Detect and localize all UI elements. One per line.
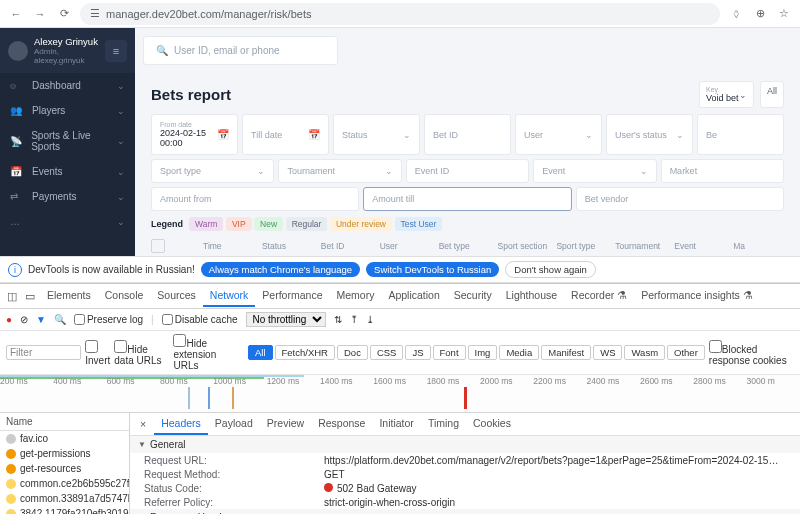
sidebar-item[interactable]: 📅Events⌄: [0, 159, 135, 184]
general-section-header[interactable]: ▼General: [130, 436, 800, 453]
select-all-checkbox[interactable]: [151, 239, 165, 253]
request-type-filter[interactable]: Font: [433, 345, 466, 360]
devtools-tab[interactable]: Application: [381, 285, 446, 307]
clear-icon[interactable]: ⊘: [20, 314, 28, 325]
preserve-log-checkbox[interactable]: Preserve log: [74, 314, 143, 325]
filter-input[interactable]: Till date📅: [242, 114, 329, 155]
table-column-header[interactable]: Status: [262, 241, 313, 251]
filter-input[interactable]: Bet ID: [424, 114, 511, 155]
upload-icon[interactable]: ⤒: [350, 314, 358, 325]
filter-input[interactable]: Amount from: [151, 187, 359, 211]
request-type-filter[interactable]: Other: [667, 345, 705, 360]
table-column-header[interactable]: Event: [674, 241, 725, 251]
filter-input[interactable]: Be: [697, 114, 784, 155]
request-type-filter[interactable]: Manifest: [541, 345, 591, 360]
detail-tab[interactable]: Cookies: [466, 413, 518, 435]
wifi-icon[interactable]: ⇅: [334, 314, 342, 325]
request-type-filter[interactable]: JS: [405, 345, 430, 360]
all-button[interactable]: All: [760, 81, 784, 108]
filter-input[interactable]: Amount till: [363, 187, 571, 211]
burger-icon[interactable]: ≡: [105, 40, 127, 62]
profile-block[interactable]: Alexey Grinyuk Admin, alexey.grinyuk ≡: [0, 28, 135, 73]
table-column-header[interactable]: Sport section: [498, 241, 549, 251]
nav-back-icon[interactable]: ←: [8, 6, 24, 22]
sidebar-item[interactable]: …⌄: [0, 209, 135, 234]
devtools-tab[interactable]: Performance: [255, 285, 329, 307]
filter-input[interactable]: Sport type⌄: [151, 159, 274, 183]
zoom-icon[interactable]: ⊕: [752, 7, 768, 20]
table-column-header[interactable]: User: [380, 241, 431, 251]
filter-input[interactable]: User's status⌄: [606, 114, 693, 155]
detail-tab[interactable]: Payload: [208, 413, 260, 435]
detail-tab[interactable]: Response: [311, 413, 372, 435]
download-icon[interactable]: ⤓: [366, 314, 374, 325]
devtools-tab[interactable]: Sources: [150, 285, 203, 307]
request-row[interactable]: fav.ico: [0, 431, 129, 446]
devtools-tab[interactable]: Network: [203, 285, 256, 307]
sidebar-item[interactable]: 👥Players⌄: [0, 98, 135, 123]
device-icon[interactable]: ▭: [22, 290, 38, 302]
detail-tab[interactable]: Initiator: [372, 413, 420, 435]
devtools-tab[interactable]: Recorder ⚗: [564, 285, 634, 307]
close-detail-icon[interactable]: ×: [134, 416, 152, 432]
devtools-tab[interactable]: Elements: [40, 285, 98, 307]
devtools-tab[interactable]: Memory: [329, 285, 381, 307]
hide-ext-urls-checkbox[interactable]: Hide extension URLs: [173, 334, 244, 371]
request-row[interactable]: common.33891a7d5747b64…: [0, 491, 129, 506]
table-column-header[interactable]: Tournament: [615, 241, 666, 251]
filter-input[interactable]: From date2024-02-15 00:00📅: [151, 114, 238, 155]
banner-always-match-button[interactable]: Always match Chrome's language: [201, 262, 360, 277]
filter-icon[interactable]: ▼: [36, 314, 46, 325]
detail-tab[interactable]: Headers: [154, 413, 208, 435]
nav-reload-icon[interactable]: ⟳: [56, 6, 72, 22]
table-column-header[interactable]: Bet ID: [321, 241, 372, 251]
table-column-header[interactable]: Ma: [733, 241, 784, 251]
key-select[interactable]: Key Void bet ⌄: [699, 81, 754, 108]
record-icon[interactable]: ●: [6, 314, 12, 325]
table-column-header[interactable]: Bet type: [439, 241, 490, 251]
invert-checkbox[interactable]: Invert: [85, 340, 110, 366]
filter-input[interactable]: Market: [661, 159, 784, 183]
inspect-icon[interactable]: ◫: [4, 290, 20, 302]
detail-tab[interactable]: Preview: [260, 413, 311, 435]
filter-input[interactable]: Status⌄: [333, 114, 420, 155]
request-type-filter[interactable]: CSS: [370, 345, 404, 360]
request-row[interactable]: get-permissions: [0, 446, 129, 461]
filter-input[interactable]: Event⌄: [533, 159, 656, 183]
request-type-filter[interactable]: All: [248, 345, 273, 360]
disable-cache-checkbox[interactable]: Disable cache: [162, 314, 238, 325]
request-row[interactable]: 3842.1179fa210efb3019.js: [0, 506, 129, 514]
sidebar-item[interactable]: ⇄Payments⌄: [0, 184, 135, 209]
sidebar-item[interactable]: 📡Sports & Live Sports⌄: [0, 123, 135, 159]
sidebar-item[interactable]: ⌾Dashboard⌄: [0, 73, 135, 98]
bookmark-star-icon[interactable]: ☆: [776, 7, 792, 20]
devtools-tab[interactable]: Lighthouse: [499, 285, 564, 307]
banner-switch-button[interactable]: Switch DevTools to Russian: [366, 262, 499, 277]
filter-input[interactable]: User⌄: [515, 114, 602, 155]
filter-input[interactable]: Event ID: [406, 159, 529, 183]
request-type-filter[interactable]: WS: [593, 345, 622, 360]
devtools-tab[interactable]: Performance insights ⚗: [634, 285, 760, 307]
blocked-cookies-checkbox[interactable]: Blocked response cookies: [709, 340, 794, 366]
banner-dismiss-button[interactable]: Don't show again: [505, 261, 596, 278]
request-type-filter[interactable]: Doc: [337, 345, 368, 360]
detail-tab[interactable]: Timing: [421, 413, 466, 435]
filter-input[interactable]: Tournament⌄: [278, 159, 401, 183]
translate-icon[interactable]: ⎀: [728, 7, 744, 20]
table-column-header[interactable]: Sport type: [556, 241, 607, 251]
search-toolbar-icon[interactable]: 🔍: [54, 314, 66, 325]
request-type-filter[interactable]: Img: [468, 345, 498, 360]
filter-input[interactable]: Filter: [6, 345, 81, 360]
table-column-header[interactable]: Time: [203, 241, 254, 251]
site-info-icon[interactable]: ☰: [90, 7, 100, 20]
url-bar[interactable]: ☰ manager.dev20bet.com/manager/risk/bets: [80, 3, 720, 25]
devtools-tab[interactable]: Console: [98, 285, 151, 307]
response-headers-section[interactable]: ▼Response Headers: [130, 509, 800, 514]
hide-data-urls-checkbox[interactable]: Hide data URLs: [114, 340, 169, 366]
nav-fwd-icon[interactable]: →: [32, 6, 48, 22]
network-timeline[interactable]: 200 ms400 ms600 ms800 ms1000 ms1200 ms14…: [0, 375, 800, 413]
devtools-tab[interactable]: Security: [447, 285, 499, 307]
request-type-filter[interactable]: Wasm: [624, 345, 665, 360]
request-row[interactable]: common.ce2b6b595c27f234…: [0, 476, 129, 491]
request-row[interactable]: get-resources: [0, 461, 129, 476]
